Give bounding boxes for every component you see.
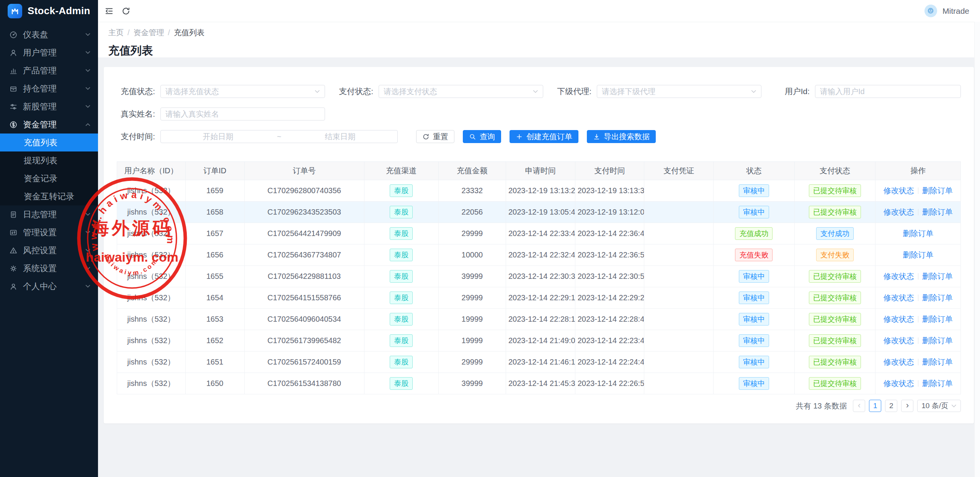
real-name-input[interactable] xyxy=(160,107,325,120)
start-date-input[interactable] xyxy=(161,132,275,142)
cell-pay-time: 2023-12-14 22:36:41 xyxy=(575,223,644,244)
cell-voucher xyxy=(644,266,714,287)
sidebar-item-6[interactable]: 日志管理 xyxy=(0,205,98,223)
page-size-select[interactable]: 10 条/页 xyxy=(917,400,961,412)
sidebar-item-10[interactable]: 个人中心 xyxy=(0,277,98,295)
pay-status-badge: 已提交待审核 xyxy=(809,377,861,390)
cell-pay-status: 已提交待审核 xyxy=(794,287,875,309)
delete-order-link[interactable]: 删除订单 xyxy=(922,186,953,195)
delete-order-link[interactable]: 删除订单 xyxy=(922,272,953,280)
scrollbar[interactable] xyxy=(974,22,980,477)
cell-order-id: 1654 xyxy=(185,287,244,309)
pay-status-badge: 已提交待审核 xyxy=(809,184,861,197)
sidebar-subitem-5-3[interactable]: 资金互转记录 xyxy=(0,187,98,205)
sidebar-subitem-5-2[interactable]: 资金记录 xyxy=(0,169,98,187)
sidebar-subitem-5-1[interactable]: 提现列表 xyxy=(0,151,98,169)
funds-icon xyxy=(9,120,18,129)
breadcrumb-item-1[interactable]: 资金管理 xyxy=(134,28,164,38)
channel-tag: 泰股 xyxy=(390,334,413,347)
cell-order-id: 1656 xyxy=(185,244,244,266)
cell-user: jishns（532） xyxy=(117,202,186,223)
modify-status-link[interactable]: 修改状态 xyxy=(884,358,914,366)
delete-order-link[interactable]: 删除订单 xyxy=(903,229,933,238)
sidebar-item-3[interactable]: 持仓管理 xyxy=(0,80,98,98)
refresh-icon[interactable] xyxy=(121,7,131,16)
cell-order-no: C1702564229881103 xyxy=(244,266,364,287)
cell-pay-time: 2023-12-14 22:26:57 xyxy=(575,373,644,394)
delete-order-link[interactable]: 删除订单 xyxy=(922,358,953,366)
export-search-data-button[interactable]: 导出搜索数据 xyxy=(587,130,656,143)
recharge-status-select[interactable]: 请选择充值状态 xyxy=(160,85,325,98)
sidebar-item-5[interactable]: 资金管理 xyxy=(0,116,98,133)
cell-voucher xyxy=(644,330,714,352)
action-divider xyxy=(918,187,918,194)
cell-status: 审核中 xyxy=(714,373,795,394)
table-row: jishns（532）1650C1702561534138780泰股399992… xyxy=(117,373,961,394)
sidebar-item-2[interactable]: 产品管理 xyxy=(0,62,98,80)
menu-fold-icon[interactable] xyxy=(105,7,114,16)
modify-status-link[interactable]: 修改状态 xyxy=(884,272,914,280)
channel-tag: 泰股 xyxy=(390,184,413,197)
table-row: jishns（532）1658C1702962343523503泰股220562… xyxy=(117,202,961,223)
filter-pay-time: 支付时间: ~ xyxy=(117,130,398,143)
reset-button[interactable]: 重置 xyxy=(416,130,454,143)
filter-agent: 下级代理: 请选择下级代理 xyxy=(553,85,761,98)
delete-order-link[interactable]: 删除订单 xyxy=(922,379,953,387)
column-header-4: 充值金额 xyxy=(438,162,506,180)
modify-status-link[interactable]: 修改状态 xyxy=(884,379,914,387)
pagination-prev-button[interactable]: ‹ xyxy=(853,400,865,412)
cell-order-no: C1702564151558766 xyxy=(244,287,364,309)
cell-status: 审核中 xyxy=(714,330,795,352)
breadcrumb-item-0[interactable]: 主页 xyxy=(108,28,124,38)
cell-voucher xyxy=(644,180,714,202)
pay-status-select[interactable]: 请选择支付状态 xyxy=(379,85,543,98)
modify-status-link[interactable]: 修改状态 xyxy=(884,315,914,323)
column-header-9: 支付状态 xyxy=(794,162,875,180)
plus-icon xyxy=(516,133,523,140)
pagination-page-2[interactable]: 2 xyxy=(885,400,897,412)
delete-order-link[interactable]: 删除订单 xyxy=(903,251,933,259)
create-recharge-order-button[interactable]: 创建充值订单 xyxy=(510,130,578,143)
delete-order-link[interactable]: 删除订单 xyxy=(922,315,953,323)
delete-order-link[interactable]: 删除订单 xyxy=(922,336,953,345)
modify-status-link[interactable]: 修改状态 xyxy=(884,336,914,345)
sidebar-item-4[interactable]: 新股管理 xyxy=(0,98,98,116)
cell-status: 审核中 xyxy=(714,352,795,373)
cell-pay-time: 2023-12-14 22:29:20 xyxy=(575,287,644,309)
agent-select[interactable]: 请选择下级代理 xyxy=(597,85,761,98)
sidebar-subitem-5-0[interactable]: 充值列表 xyxy=(0,133,98,151)
sidebar-item-9[interactable]: 系统设置 xyxy=(0,259,98,277)
status-badge: 审核中 xyxy=(739,184,769,197)
sidebar-item-7[interactable]: 管理设置 xyxy=(0,223,98,241)
recharge-table-wrap: 用户名称（ID）订单ID订单号充值渠道充值金额申请时间支付时间支付凭证状态支付状… xyxy=(117,161,961,394)
sidebar-item-1[interactable]: 用户管理 xyxy=(0,44,98,62)
ipo-icon xyxy=(9,103,18,111)
query-button[interactable]: 查询 xyxy=(463,130,501,143)
avatar[interactable] xyxy=(924,5,937,17)
breadcrumb-item-2: 充值列表 xyxy=(174,28,204,38)
delete-order-link[interactable]: 删除订单 xyxy=(922,208,953,216)
modify-status-link[interactable]: 修改状态 xyxy=(884,208,914,216)
action-divider xyxy=(918,209,918,215)
chevron-down-icon xyxy=(315,90,320,93)
modify-status-link[interactable]: 修改状态 xyxy=(884,186,914,195)
reset-icon xyxy=(422,133,430,140)
end-date-input[interactable] xyxy=(283,132,397,142)
sidebar-item-8[interactable]: 风控设置 xyxy=(0,241,98,259)
table-row: jishns（532）1653C1702564096040534泰股199992… xyxy=(117,309,961,330)
pagination-next-button[interactable]: › xyxy=(901,400,913,412)
cell-actions: 删除订单 xyxy=(875,223,961,244)
filter-recharge-status: 充值状态: 请选择充值状态 xyxy=(117,85,325,98)
pagination-page-1[interactable]: 1 xyxy=(869,400,881,412)
sidebar: Stock-Admin 仪表盘用户管理产品管理持仓管理新股管理资金管理充值列表提… xyxy=(0,0,98,477)
user-id-input[interactable] xyxy=(815,85,961,98)
chevron-down-icon xyxy=(85,231,90,234)
cell-order-no: C1702561534138780 xyxy=(244,373,364,394)
modify-status-link[interactable]: 修改状态 xyxy=(884,293,914,302)
cell-channel: 泰股 xyxy=(364,309,438,330)
sidebar-item-label: 个人中心 xyxy=(23,281,57,292)
main-area: Mitrade 主页/资金管理/充值列表 充值列表 充值状态: 请选择充值状态 xyxy=(98,0,980,477)
sidebar-item-0[interactable]: 仪表盘 xyxy=(0,26,98,44)
cell-order-id: 1650 xyxy=(185,373,244,394)
delete-order-link[interactable]: 删除订单 xyxy=(922,293,953,302)
